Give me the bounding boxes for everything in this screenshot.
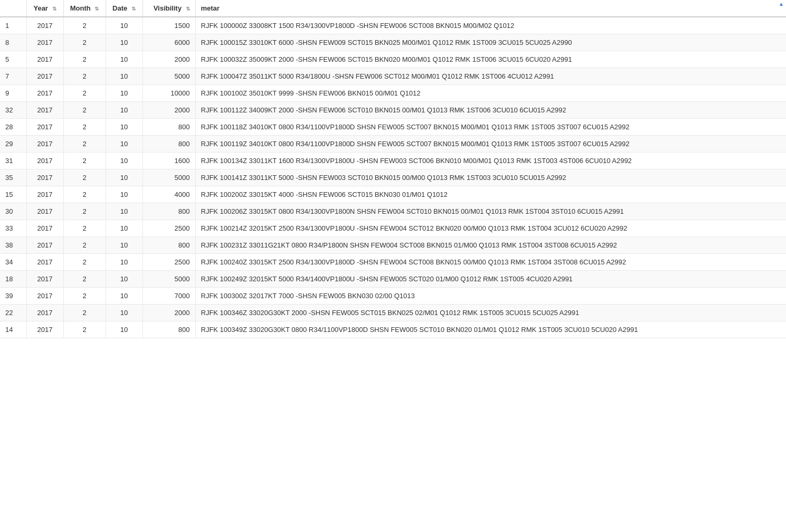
cell-month: 2 (63, 321, 106, 338)
cell-metar: RJFK 100112Z 34009KT 2000 -SHSN FEW006 S… (195, 102, 786, 119)
cell-visibility: 2000 (143, 51, 195, 68)
sort-icon-month: ⇅ (94, 6, 99, 12)
cell-date: 10 (106, 186, 143, 203)
cell-year: 2017 (26, 102, 63, 119)
col-header-month[interactable]: Month ⇅ (63, 0, 106, 17)
data-table: Year ⇅ Month ⇅ Date ⇅ Visibility ⇅ metar… (0, 0, 786, 338)
cell-date: 10 (106, 203, 143, 220)
cell-id: 15 (0, 186, 26, 203)
cell-id: 7 (0, 68, 26, 85)
cell-year: 2017 (26, 186, 63, 203)
cell-visibility: 2000 (143, 305, 195, 321)
cell-metar: RJFK 100300Z 32017KT 7000 -SHSN FEW005 B… (195, 288, 786, 305)
cell-date: 10 (106, 34, 143, 51)
cell-visibility: 1600 (143, 153, 195, 169)
cell-month: 2 (63, 288, 106, 305)
table-body: 120172101500RJFK 100000Z 33008KT 1500 R3… (0, 17, 786, 338)
cell-visibility: 5000 (143, 271, 195, 288)
cell-date: 10 (106, 51, 143, 68)
cell-visibility: 800 (143, 237, 195, 254)
col-header-id (0, 0, 26, 17)
cell-date: 10 (106, 254, 143, 271)
cell-month: 2 (63, 203, 106, 220)
col-header-year[interactable]: Year ⇅ (26, 0, 63, 17)
cell-id: 34 (0, 254, 26, 271)
table-row: 3220172102000RJFK 100112Z 34009KT 2000 -… (0, 102, 786, 119)
cell-visibility: 1500 (143, 17, 195, 34)
cell-year: 2017 (26, 136, 63, 153)
table-row: 142017210800RJFK 100349Z 33020G30KT 0800… (0, 321, 786, 338)
cell-metar: RJFK 100206Z 33015KT 0800 R34/1300VP1800… (195, 203, 786, 220)
cell-metar: RJFK 100000Z 33008KT 1500 R34/1300VP1800… (195, 17, 786, 34)
table-row: 1820172105000RJFK 100249Z 32015KT 5000 R… (0, 271, 786, 288)
sort-icon-visibility: ⇅ (186, 6, 190, 12)
table-row: 292017210800RJFK 100119Z 34010KT 0800 R3… (0, 136, 786, 153)
cell-visibility: 800 (143, 136, 195, 153)
table-row: 3520172105000RJFK 100141Z 33011KT 5000 -… (0, 169, 786, 186)
cell-id: 30 (0, 203, 26, 220)
cell-year: 2017 (26, 254, 63, 271)
table-row: 3120172101600RJFK 100134Z 33011KT 1600 R… (0, 153, 786, 169)
cell-year: 2017 (26, 17, 63, 34)
cell-visibility: 800 (143, 321, 195, 338)
col-header-date[interactable]: Date ⇅ (106, 0, 143, 17)
cell-id: 31 (0, 153, 26, 169)
cell-id: 1 (0, 17, 26, 34)
cell-month: 2 (63, 51, 106, 68)
table-row: 1520172104000RJFK 100200Z 33015KT 4000 -… (0, 186, 786, 203)
cell-year: 2017 (26, 68, 63, 85)
table-row: 2220172102000RJFK 100346Z 33020G30KT 200… (0, 305, 786, 321)
cell-date: 10 (106, 288, 143, 305)
cell-month: 2 (63, 186, 106, 203)
cell-visibility: 2500 (143, 220, 195, 237)
col-header-visibility[interactable]: Visibility ⇅ (143, 0, 195, 17)
cell-metar: RJFK 100015Z 33010KT 6000 -SHSN FEW009 S… (195, 34, 786, 51)
cell-id: 39 (0, 288, 26, 305)
cell-year: 2017 (26, 305, 63, 321)
cell-metar: RJFK 100249Z 32015KT 5000 R34/1400VP1800… (195, 271, 786, 288)
cell-metar: RJFK 100047Z 35011KT 5000 R34/1800U -SHS… (195, 68, 786, 85)
cell-year: 2017 (26, 51, 63, 68)
cell-id: 14 (0, 321, 26, 338)
cell-month: 2 (63, 68, 106, 85)
cell-metar: RJFK 100032Z 35009KT 2000 -SHSN FEW006 S… (195, 51, 786, 68)
col-header-metar: metar ▲ (195, 0, 786, 17)
cell-month: 2 (63, 17, 106, 34)
cell-id: 9 (0, 85, 26, 102)
cell-year: 2017 (26, 169, 63, 186)
cell-month: 2 (63, 237, 106, 254)
cell-date: 10 (106, 119, 143, 136)
cell-visibility: 800 (143, 203, 195, 220)
cell-id: 28 (0, 119, 26, 136)
cell-metar: RJFK 100141Z 33011KT 5000 -SHSN FEW003 S… (195, 169, 786, 186)
cell-visibility: 7000 (143, 288, 195, 305)
table-row: 120172101500RJFK 100000Z 33008KT 1500 R3… (0, 17, 786, 34)
table-row: 282017210800RJFK 100118Z 34010KT 0800 R3… (0, 119, 786, 136)
cell-metar: RJFK 100118Z 34010KT 0800 R34/1100VP1800… (195, 119, 786, 136)
table-row: 720172105000RJFK 100047Z 35011KT 5000 R3… (0, 68, 786, 85)
cell-year: 2017 (26, 321, 63, 338)
cell-visibility: 6000 (143, 34, 195, 51)
sort-icon-year: ⇅ (52, 6, 56, 12)
cell-year: 2017 (26, 220, 63, 237)
cell-metar: RJFK 100346Z 33020G30KT 2000 -SHSN FEW00… (195, 305, 786, 321)
cell-year: 2017 (26, 237, 63, 254)
cell-date: 10 (106, 68, 143, 85)
cell-visibility: 4000 (143, 186, 195, 203)
cell-year: 2017 (26, 119, 63, 136)
cell-visibility: 2500 (143, 254, 195, 271)
cell-date: 10 (106, 220, 143, 237)
table-row: 3420172102500RJFK 100240Z 33015KT 2500 R… (0, 254, 786, 271)
table-header-row: Year ⇅ Month ⇅ Date ⇅ Visibility ⇅ metar… (0, 0, 786, 17)
cell-metar: RJFK 100100Z 35010KT 9999 -SHSN FEW006 B… (195, 85, 786, 102)
cell-date: 10 (106, 321, 143, 338)
cell-month: 2 (63, 136, 106, 153)
cell-date: 10 (106, 136, 143, 153)
cell-month: 2 (63, 169, 106, 186)
cell-metar: RJFK 100119Z 34010KT 0800 R34/1100VP1800… (195, 136, 786, 153)
cell-date: 10 (106, 271, 143, 288)
cell-metar: RJFK 100214Z 32015KT 2500 R34/1300VP1800… (195, 220, 786, 237)
cell-date: 10 (106, 305, 143, 321)
cell-visibility: 5000 (143, 169, 195, 186)
cell-year: 2017 (26, 288, 63, 305)
